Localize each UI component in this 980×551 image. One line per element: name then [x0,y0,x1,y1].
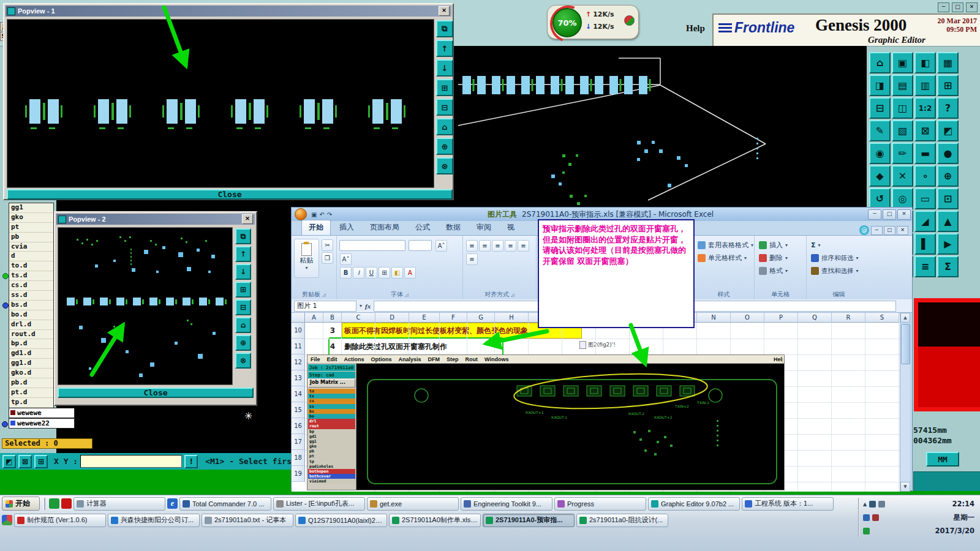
shrink-font-button[interactable]: A˅ [340,253,352,265]
sort-filter-button[interactable]: 排序和筛选▾ [809,252,869,264]
borders-button[interactable]: ⊞ [379,267,390,279]
dialog-launcher-icon[interactable]: ◿ [322,293,325,298]
layer-item-pt[interactable]: pt [9,223,53,233]
layer-item-gg1[interactable]: gg1 [9,203,53,213]
popview1-tool-3-icon[interactable]: ↓ [436,59,453,77]
embedded-layer-pb[interactable]: pb [308,449,355,454]
column-header-N[interactable]: N [697,313,731,323]
toolbar-button-6-icon[interactable]: ▤ [892,75,913,96]
column-header-F[interactable]: F [440,313,467,323]
column-header-G[interactable]: G [467,313,495,323]
embedded-menu-Options[interactable]: Options [371,356,392,362]
maximize-icon[interactable]: □ [883,209,896,220]
extra-layer-item-wewewe[interactable]: wewewe [9,408,75,418]
column-header-B[interactable]: B [323,313,342,323]
popview1-tool-7-icon[interactable]: ⊕ [436,138,453,155]
toolbar-button-13-icon[interactable]: ✎ [869,120,891,141]
office-button[interactable] [295,208,307,220]
popview2-tool-5-icon[interactable]: ⊟ [235,299,251,315]
popview1-tool-8-icon[interactable]: ⊗ [436,157,453,174]
column-header-O[interactable]: O [731,313,764,323]
quicklaunch-icon-balls[interactable] [2,515,12,525]
layer-item-tp.d[interactable]: tp.d [9,398,53,408]
toolbar-button-27-icon[interactable]: ▭ [914,188,936,209]
row-header-11[interactable]: 11 [292,339,305,354]
layer-item-d[interactable]: d [9,252,53,261]
taskbar-button-r2-4[interactable]: Q12S719011A0(laixl)201... [295,514,387,527]
toolbar-button-16-icon[interactable]: ◩ [937,120,959,141]
embedded-layer-viaimad[interactable]: viaimad [308,479,355,484]
toolbar-button-1-icon[interactable]: ⌂ [869,52,891,73]
column-header-D[interactable]: D [375,313,409,323]
embedded-layer-bothopen[interactable]: bothopen [308,469,355,474]
row-header-10[interactable]: 10 [292,323,305,339]
taskbar-button-r2-6[interactable]: 2S719011A0-预审指... [483,514,575,527]
layer-item-drl.d[interactable]: drl.d [9,320,53,330]
popview2-close-button[interactable]: Close [58,388,254,398]
layer-item-rout.d[interactable]: rout.d [9,330,53,340]
popview1-tool-1-icon[interactable]: ⧉ [436,20,453,37]
embedded-menu-Step[interactable]: Step [447,356,459,362]
align-button-6-icon[interactable]: ≡ [466,253,478,265]
input-language-icon[interactable] [863,514,870,521]
embedded-layer-cs[interactable]: cs [308,399,355,403]
layer-item-gg1.d[interactable]: gg1.d [9,359,53,369]
embedded-layer-tp[interactable]: tp [308,459,355,464]
embedded-layer-bs[interactable]: bs [308,409,355,414]
embedded-layer-gd1[interactable]: gd1 [308,434,355,439]
taskbar-button-r1-8[interactable]: 工程系统 版本：1... [742,497,834,511]
close-icon[interactable]: ✕ [439,6,450,16]
format-as-table-button[interactable]: 套用表格格式▾ [696,239,752,252]
taskbar-button-r2-3[interactable]: 2s719011a0.txt - 记事本 [202,514,293,527]
quicklaunch-icon-2[interactable] [61,498,72,509]
coordinate-tool-1-icon[interactable]: ◩ [2,455,16,468]
column-header-A[interactable]: A [305,313,323,323]
embedded-layer-ts[interactable]: ts [308,394,355,399]
font-color-button[interactable]: A [404,267,416,279]
tab-开始[interactable]: 开始 [301,220,331,235]
popview1-tool-6-icon[interactable]: ⌂ [436,118,453,135]
coordinate-tool-2-icon[interactable]: ⊠ [18,455,32,468]
minimize-icon[interactable]: ─ [938,2,949,12]
embedded-layer-bp[interactable]: bp [308,429,355,434]
toolbar-button-2-icon[interactable]: ▣ [892,52,913,73]
select-all-corner[interactable] [292,313,305,323]
layer-item-ts.d[interactable]: ts.d [9,271,53,281]
paste-button[interactable]: 粘贴 ▾ [294,239,319,278]
toolbar-button-12-icon[interactable]: ? [937,97,959,119]
xy-input[interactable] [80,455,182,468]
scroll-thumb[interactable] [901,324,910,364]
quicklaunch-icon-1[interactable] [49,498,59,509]
toolbar-button-24-icon[interactable]: ⊕ [937,165,959,187]
embedded-menu-help[interactable]: Help [774,356,783,362]
column-header-P[interactable]: P [764,313,798,323]
row-header-18[interactable]: 18 [292,450,305,466]
find-select-button[interactable]: 查找和选择▾ [809,264,869,277]
taskbar-button-r1-2[interactable]: Total Commander 7.0 ... [179,497,271,511]
align-button-1-icon[interactable]: ≡ [466,240,478,252]
embedded-menu-DFM[interactable]: DFM [428,356,440,362]
cut-icon[interactable]: ✂ [322,239,333,251]
layer-item-gko.d[interactable]: gko.d [9,369,53,378]
help-button[interactable]: Help [686,23,705,34]
layer-item-cvia[interactable]: cvia [9,242,53,252]
close-icon[interactable]: ✕ [897,209,911,220]
toolbar-button-19-icon[interactable]: ▬ [914,143,936,164]
extra-layer-item-wewewe22[interactable]: wewewe22 [9,418,75,429]
align-button-4-icon[interactable]: ≡ [505,240,516,252]
toolbar-button-3-icon[interactable]: ◧ [914,52,936,73]
taskbar-button-r2-2[interactable]: 兴森快捷衡阳分公司订... [108,514,200,527]
column-header-H[interactable]: H [495,313,529,323]
taskbar-button-r2-5[interactable]: 2S719011A0制作单.xls ... [389,514,481,527]
redo-icon[interactable]: ↷ [327,211,332,218]
layer-item-bp.d[interactable]: bp.d [9,339,53,349]
embedded-layer-padinholes[interactable]: padinholes [308,464,355,469]
monitor-tray-icon[interactable] [869,501,876,508]
toolbar-button-8-icon[interactable]: ⊞ [937,75,959,96]
cell-styles-button[interactable]: 单元格样式▾ [696,252,752,264]
column-header-R[interactable]: R [832,313,865,323]
row-header-16[interactable]: 16 [292,418,305,434]
network-tray-icon[interactable] [878,501,885,508]
wb-maximize-icon[interactable]: □ [884,226,895,235]
units-button[interactable]: MM [926,452,959,467]
